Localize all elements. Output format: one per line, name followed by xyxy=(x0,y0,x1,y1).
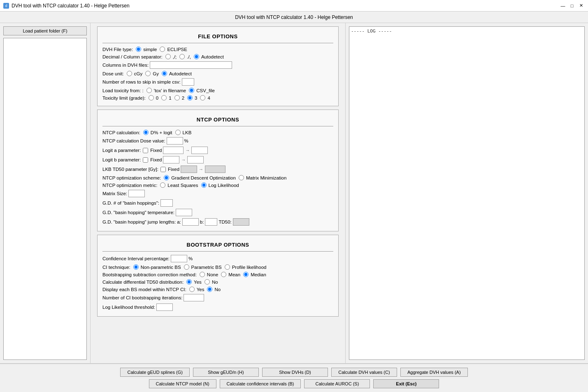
bottom-bar: Calculate gEUD splines (G) Show gEUD/n (… xyxy=(0,363,588,392)
gd-hoppings-input[interactable]: 2 xyxy=(160,199,173,207)
logit-b-max-input[interactable]: 2.0 xyxy=(187,156,204,163)
gd-jump-a-label: a: xyxy=(177,219,181,224)
bs-sub-median-radio[interactable] xyxy=(243,272,249,277)
log-threshold-row: Log Likelihood threshold: -1.0 xyxy=(102,303,333,311)
bs-sub-none-radio[interactable] xyxy=(200,272,205,277)
logit-b-label: Logit b parameter: xyxy=(102,157,141,162)
aggregate-dvh-button[interactable]: Aggregate DVH values (A) xyxy=(400,368,468,377)
file-options-title: FILE OPTIONS xyxy=(102,33,333,40)
tox-4-radio[interactable] xyxy=(200,95,205,100)
calc-td50-yes-radio[interactable] xyxy=(186,279,192,285)
display-bs-yes-radio[interactable] xyxy=(189,287,195,292)
dvh-eclipse-radio[interactable] xyxy=(160,47,165,52)
load-patient-folder-button[interactable]: Load patient folder (F) xyxy=(3,26,87,35)
gd-jump-td50-input[interactable]: 10.0 xyxy=(233,218,249,226)
logit-b-fixed-checkbox[interactable] xyxy=(143,157,148,163)
ci-profile-radio[interactable] xyxy=(225,264,230,270)
log-threshold-input[interactable]: -1.0 xyxy=(156,303,173,311)
ntcp-lkb-radio[interactable] xyxy=(175,130,181,135)
rows-skip-input[interactable]: 1 xyxy=(182,78,194,86)
bottom-row-2: Calculate NTCP model (N) Calculate confi… xyxy=(149,379,439,388)
matrix-size-input[interactable]: 50 xyxy=(128,190,145,197)
tox-0-label: 0 xyxy=(156,96,158,100)
exit-button[interactable]: Exit (Esc) xyxy=(373,379,439,388)
logit-a-fixed-checkbox[interactable] xyxy=(143,148,148,153)
dose-cgy-radio[interactable] xyxy=(127,71,132,76)
gd-jump-label: G.D. "basin hopping" jump lengths: xyxy=(102,219,176,224)
logit-b-min-input[interactable]: 0.02 xyxy=(163,156,179,163)
calc-auroc-button[interactable]: Calculate AUROC (S) xyxy=(304,379,370,388)
gd-jump-a-input[interactable]: 40.0 xyxy=(182,218,199,226)
ci-pct-label: Confidence Interval percentage: xyxy=(102,256,170,261)
bs-sub-mean-radio[interactable] xyxy=(221,272,226,277)
columns-input[interactable]: Dose,Volume xyxy=(150,61,232,69)
optim-gradient-radio[interactable] xyxy=(164,175,169,180)
calc-td50-no-label: No xyxy=(212,280,218,285)
metric-ls-radio[interactable] xyxy=(160,182,165,188)
tox-1-label: 1 xyxy=(169,96,171,100)
close-button[interactable]: ✕ xyxy=(577,2,585,9)
calc-td50-label: Calculate differential TD50 distribution… xyxy=(102,280,184,285)
left-panel: Load patient folder (F) xyxy=(0,23,91,363)
log-area[interactable] xyxy=(349,26,585,360)
ci-param-label: Parametric BS xyxy=(191,265,222,270)
display-bs-no-radio[interactable] xyxy=(207,287,212,292)
tox-filename-label: 'tox' in filename xyxy=(154,88,186,93)
title-bar-left: d DVH tool with NTCP calculator 1.40 - H… xyxy=(3,3,130,9)
title-bar: d DVH tool with NTCP calculator 1.40 - H… xyxy=(0,0,588,12)
optim-matrix-radio[interactable] xyxy=(239,175,244,180)
calc-ci-button[interactable]: Calculate confidence intervals (B) xyxy=(220,379,301,388)
ci-pct-input[interactable]: 83.0 xyxy=(171,255,187,262)
ntcp-dlogit-radio[interactable] xyxy=(143,130,149,135)
ci-param-radio[interactable] xyxy=(184,264,189,270)
dose-auto-radio[interactable] xyxy=(162,71,167,76)
lkb-min-input[interactable]: 10.0 xyxy=(181,166,197,173)
tox-1-radio[interactable] xyxy=(161,95,167,100)
gd-temp-input[interactable]: 0.1 xyxy=(176,209,192,216)
logit-a-min-input[interactable]: -100.0 xyxy=(163,147,184,154)
bs-sub-none-label: None xyxy=(207,272,218,277)
metric-ll-label: Log Likelihood xyxy=(209,183,239,188)
show-dvh-button[interactable]: Show DVHs (D) xyxy=(262,368,328,377)
tox-2-radio[interactable] xyxy=(174,95,180,100)
metric-ll-radio[interactable] xyxy=(201,182,207,188)
ci-nonparam-radio[interactable] xyxy=(133,264,139,270)
dvh-file-type-label: DVH File type: xyxy=(102,47,133,52)
load-tox-label: Load toxicity from: : xyxy=(102,88,144,93)
tox-filename-radio[interactable] xyxy=(146,88,152,93)
tox-3-radio[interactable] xyxy=(187,95,193,100)
dvh-simple-radio[interactable] xyxy=(136,47,141,52)
tox-0-radio[interactable] xyxy=(149,95,154,100)
main-area: Load patient folder (F) FILE OPTIONS DVH… xyxy=(0,23,588,363)
decimal-comma-radio[interactable] xyxy=(165,54,171,59)
ci-pct-row: Confidence Interval percentage: 83.0 % xyxy=(102,255,333,262)
num-iter-input[interactable]: 1000 xyxy=(184,294,204,301)
tox-limit-row: Toxicity limit (grade): 0 1 2 3 4 xyxy=(102,95,333,100)
columns-label: Columns in DVH files: xyxy=(102,63,149,68)
gd-hoppings-label: G.D. # of "basin hoppings": xyxy=(102,201,159,205)
ntcp-dlogit-label: D% + logit xyxy=(151,130,172,135)
rows-skip-row: Number of rows to skip in simple csv: 1 xyxy=(102,78,333,86)
calc-td50-yes-label: Yes xyxy=(194,280,202,285)
tox-csv-radio[interactable] xyxy=(189,88,194,93)
restore-button[interactable]: □ xyxy=(568,2,576,9)
calc-dvh-vals-button[interactable]: Calculate DVH values (C) xyxy=(331,368,397,377)
gd-jump-b-input[interactable]: 0.5 xyxy=(205,218,217,226)
lkb-max-input[interactable]: 100.0 xyxy=(205,166,225,173)
calc-ntcp-button[interactable]: Calculate NTCP model (N) xyxy=(149,379,216,388)
logit-a-row: Logit a parameter: Fixed -100.0 → 0.0 xyxy=(102,147,333,154)
minimize-button[interactable]: — xyxy=(559,2,567,9)
ntcp-dose-input[interactable]: 20.0 xyxy=(167,137,183,145)
decimal-dot-radio[interactable] xyxy=(179,54,185,59)
menu-title: DVH tool with NTCP calculator 1.40 - Hel… xyxy=(235,14,353,20)
bs-subtraction-label: Bootstrapping subtraction correction met… xyxy=(102,272,197,277)
dose-gy-radio[interactable] xyxy=(145,71,151,76)
calc-geud-button[interactable]: Calculate gEUD splines (G) xyxy=(120,368,190,377)
lkb-fixed-checkbox[interactable] xyxy=(160,167,166,172)
decimal-auto-radio[interactable] xyxy=(194,54,199,59)
logit-a-max-input[interactable]: 0.0 xyxy=(191,147,208,154)
ntcp-options-section: NTCP OPTIONS NTCP calculation: D% + logi… xyxy=(97,110,339,231)
calc-td50-no-radio[interactable] xyxy=(205,279,210,285)
show-geud-button[interactable]: Show gEUD/n (H) xyxy=(193,368,259,377)
gd-hoppings-row: G.D. # of "basin hoppings": 2 xyxy=(102,199,333,207)
